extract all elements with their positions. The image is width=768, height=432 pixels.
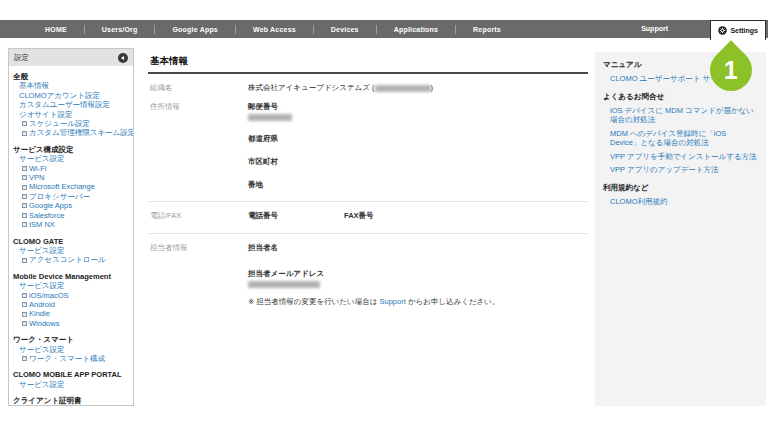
profile-box-icon (22, 185, 27, 190)
sidebar-item-label: スケジュール設定 (29, 119, 90, 128)
address-row: 住所情報 郵便番号 都道府県 市区町村 番地 (148, 102, 588, 189)
sidebar-nav: 全般基本情報CLOMOアカウント設定カスタムユーザー情報設定ジオサイト設定スケジ… (9, 66, 133, 406)
sidebar-item[interactable]: Google Apps (9, 201, 133, 210)
tab-settings[interactable]: Settings (710, 20, 766, 40)
nav-item-home[interactable]: HOME (28, 26, 84, 33)
prefecture-label: 都道府県 (248, 134, 292, 143)
help-link[interactable]: VPP アプリを手動でインストールする方法 (603, 152, 758, 162)
sidebar-item[interactable]: サービス設定 (9, 345, 133, 354)
profile-box-icon (22, 356, 27, 361)
phone-row-label: 電話/FAX (148, 211, 248, 221)
sidebar-item[interactable]: Android (9, 300, 133, 309)
sidebar-item[interactable]: スケジュール設定 (9, 119, 133, 128)
sidebar-section: CLOMO MOBILE APP PORTALサービス設定 (9, 370, 133, 389)
help-link[interactable]: VPP アプリのアップデート方法 (603, 165, 758, 175)
sidebar-item-label: サービス設定 (19, 154, 65, 163)
sidebar-section: 全般基本情報CLOMOアカウント設定カスタムユーザー情報設定ジオサイト設定スケジ… (9, 72, 133, 138)
nav-item-web-access[interactable]: Web Access (236, 26, 313, 33)
help-section-title: よくあるお問合せ (603, 92, 758, 102)
profile-box-icon (22, 258, 27, 263)
main-content: 基本情報 組織名 株式会社アイキューブドシステムズ () 住所情報 郵便番号 都… (148, 48, 588, 307)
sidebar-item-label: Google Apps (29, 201, 72, 210)
help-link[interactable]: iOS デバイスに MDM コマンドが届かない場合の対処法 (603, 106, 758, 125)
street-label: 番地 (248, 180, 292, 189)
sidebar-item[interactable]: プロキシサーバー (9, 192, 133, 201)
sidebar-item[interactable]: サービス設定 (9, 246, 133, 255)
sidebar-item-label: プロキシサーバー (29, 192, 90, 201)
row-separator (148, 201, 588, 202)
address-row-label: 住所情報 (148, 102, 248, 189)
sidebar-item-label: カスタムユーザー情報設定 (19, 100, 110, 109)
nav-item-applications[interactable]: Applications (377, 26, 455, 33)
sidebar-item[interactable]: VPN (9, 173, 133, 182)
sidebar-item[interactable]: Salesforce (9, 211, 133, 220)
sidebar-item[interactable]: サービス設定 (9, 380, 133, 389)
help-link[interactable]: MDM へのデバイス登録時に「iOS Device」となる場合の対処法 (603, 129, 758, 148)
org-row-label: 組織名 (148, 83, 248, 93)
org-value: 株式会社アイキューブドシステムズ () (248, 83, 433, 93)
sidebar-section-title: 全般 (9, 72, 133, 81)
help-section-title: 利用規約など (603, 183, 758, 193)
city-label: 市区町村 (248, 157, 292, 166)
nav-item-devices[interactable]: Devices (314, 26, 376, 33)
nav-item-reports[interactable]: Reports (456, 26, 518, 33)
sidebar-item[interactable]: アクセスコントロール (9, 255, 133, 264)
profile-box-icon (22, 222, 27, 227)
page-title: 基本情報 (150, 55, 588, 68)
gear-icon (718, 26, 727, 35)
contact-change-note: ※ 担当者情報の変更を行いたい場合は Support からお申し込みください。 (248, 297, 499, 307)
phone-fields: 電話番号 FAX番号 (248, 211, 374, 221)
sidebar-item[interactable]: サービス設定 (9, 281, 133, 290)
sidebar-item[interactable]: ジオサイト設定 (9, 110, 133, 119)
sidebar-item-label: ジオサイト設定 (19, 110, 72, 119)
sidebar-header-label: 設定 (14, 53, 29, 63)
sidebar-item[interactable]: Wi-Fi (9, 164, 133, 173)
fax-number-label: FAX番号 (344, 211, 374, 221)
sidebar-section-title: CLOMO GATE (9, 237, 133, 246)
sidebar-section: クライアント証明書 (9, 396, 133, 405)
sidebar-header: 設定 (9, 49, 133, 66)
redacted-postal-code (248, 114, 292, 121)
sidebar-section: Mobile Device Managementサービス設定iOS/macOSA… (9, 272, 133, 328)
chevron-left-icon (121, 56, 124, 60)
nav-item-google-apps[interactable]: Google Apps (155, 26, 235, 33)
sidebar-item-label: Android (29, 300, 55, 309)
sidebar-item-label: iOS/macOS (29, 291, 69, 300)
sidebar-item[interactable]: ワーク・スマート構成 (9, 354, 133, 363)
org-row: 組織名 株式会社アイキューブドシステムズ () (148, 83, 588, 93)
sidebar-item[interactable]: iOS/macOS (9, 291, 133, 300)
sidebar-section-title: ワーク・スマート (9, 335, 133, 344)
profile-box-icon (22, 312, 27, 317)
address-fields: 郵便番号 都道府県 市区町村 番地 (248, 102, 292, 189)
support-link[interactable]: Support (641, 25, 668, 32)
contact-name-label: 担当者名 (248, 243, 499, 252)
help-panel: マニュアルCLOMO ユーザーサポート サイトよくあるお問合せiOS デバイスに… (595, 52, 766, 406)
title-underline (148, 72, 588, 74)
nav-items: HOMEUsers/OrgGoogle AppsWeb AccessDevice… (28, 25, 518, 34)
profile-box-icon (22, 121, 27, 126)
sidebar-item[interactable]: カスタム管理権限スキーム設定 (9, 128, 133, 137)
sidebar-item[interactable]: Microsoft Exchange (9, 182, 133, 191)
profile-box-icon (22, 203, 27, 208)
settings-sidebar: 設定 全般基本情報CLOMOアカウント設定カスタムユーザー情報設定ジオサイト設定… (8, 48, 134, 406)
row-separator (148, 233, 588, 234)
note-text-suffix: からお申し込みください。 (406, 297, 500, 306)
sidebar-section-title: Mobile Device Management (9, 272, 133, 281)
sidebar-item[interactable]: カスタムユーザー情報設定 (9, 100, 133, 109)
postal-code-label: 郵便番号 (248, 102, 292, 111)
profile-box-icon (22, 131, 27, 136)
sidebar-item[interactable]: ISM NX (9, 220, 133, 229)
sidebar-collapse-button[interactable] (118, 53, 128, 63)
step-number: 1 (724, 58, 738, 83)
help-link[interactable]: CLOMO利用規約 (603, 197, 758, 207)
sidebar-item[interactable]: Kindle (9, 309, 133, 318)
sidebar-item[interactable]: サービス設定 (9, 154, 133, 163)
phone-row: 電話/FAX 電話番号 FAX番号 (148, 211, 588, 221)
support-note-link[interactable]: Support (380, 297, 406, 306)
nav-item-users-org[interactable]: Users/Org (85, 26, 155, 33)
sidebar-item[interactable]: Windows (9, 319, 133, 328)
sidebar-item-label: サービス設定 (19, 345, 65, 354)
sidebar-item-label: カスタム管理権限スキーム設定 (29, 128, 134, 137)
sidebar-item[interactable]: 基本情報 (9, 81, 133, 90)
sidebar-item[interactable]: CLOMOアカウント設定 (9, 91, 133, 100)
